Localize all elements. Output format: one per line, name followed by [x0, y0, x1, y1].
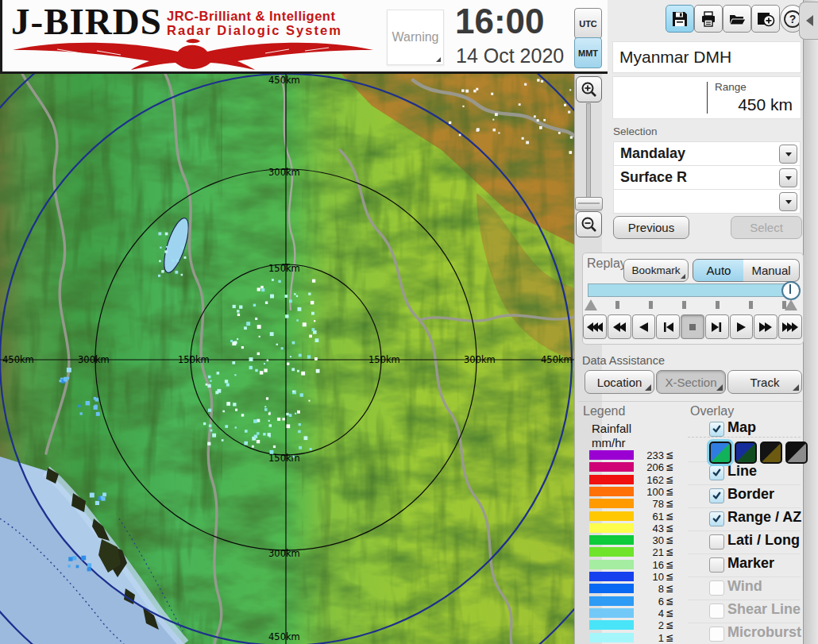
warning-button[interactable]: Warning: [387, 10, 444, 65]
bookmark-button[interactable]: Bookmark: [623, 259, 689, 282]
overlay-label: Overlay: [690, 404, 734, 418]
print-button[interactable]: [694, 5, 723, 33]
map-style-swatch-3[interactable]: [760, 442, 782, 464]
legend-leq-symbol: ≦: [666, 571, 673, 582]
replay-label: Replay: [587, 256, 627, 271]
overlay-item-label: Lati / Long: [727, 532, 800, 549]
forward-2-icon: [757, 321, 774, 334]
legend-swatch: [589, 523, 634, 533]
rewind-3-icon: [586, 321, 604, 334]
legend-leq-symbol: ≦: [666, 583, 673, 594]
skip-end-button[interactable]: [705, 314, 729, 339]
checkbox-range-az[interactable]: [709, 511, 724, 526]
ring-label: 150km: [268, 263, 300, 274]
checkbox-microburst: [709, 627, 724, 642]
stop-button[interactable]: [681, 314, 704, 339]
map-style-swatch-2[interactable]: [735, 442, 757, 464]
product-dropdown[interactable]: Surface R: [613, 165, 801, 190]
divider: [688, 437, 801, 438]
chevron-down-icon[interactable]: [779, 168, 797, 187]
ring-label: 300km: [464, 354, 496, 365]
save-button[interactable]: [666, 5, 694, 33]
zoom-slider-track[interactable]: [586, 103, 591, 210]
checkbox-line[interactable]: [709, 465, 724, 480]
legend-value: 100: [635, 486, 664, 498]
location-button[interactable]: Location: [585, 370, 654, 394]
chevron-down-icon[interactable]: [779, 192, 797, 211]
divider: [688, 530, 801, 531]
product-dropdown-value: Surface R: [614, 169, 687, 186]
legend-swatch: [589, 535, 634, 545]
legend-value: 21: [635, 546, 664, 558]
checkbox-marker[interactable]: [709, 557, 724, 573]
replay-slider-handle[interactable]: [781, 281, 801, 300]
select-button[interactable]: Select: [731, 216, 802, 239]
replay-auto-button[interactable]: Auto: [693, 259, 745, 282]
capture-add-icon: [756, 10, 775, 28]
legend-swatch: [589, 596, 634, 606]
open-folder-button[interactable]: [723, 5, 751, 33]
radar-map-canvas: 450km300km150km150km300km450km450km300km…: [0, 74, 574, 644]
timezone-utc-button[interactable]: UTC: [574, 8, 602, 39]
skip-end-icon: [708, 321, 726, 334]
ring-label: 450km: [268, 75, 300, 86]
checkbox-lati-long[interactable]: [709, 534, 724, 550]
rewind-2-button[interactable]: [608, 314, 631, 339]
legend-value: 162: [635, 474, 664, 486]
zoom-out-button[interactable]: [576, 211, 602, 237]
play-button[interactable]: [730, 314, 754, 339]
legend-leq-symbol: ≦: [666, 632, 673, 643]
check-icon: [712, 468, 722, 478]
forward-2-button[interactable]: [754, 314, 777, 339]
legend-swatch: [589, 499, 634, 508]
zoom-in-button[interactable]: [576, 76, 602, 102]
divider: [688, 553, 801, 554]
overlay-item-label: Shear Line: [727, 601, 801, 618]
legend-leq-symbol: ≦: [666, 486, 673, 497]
forward-3-button[interactable]: [778, 314, 802, 339]
legend-swatch: [589, 487, 634, 496]
map-style-swatch-1[interactable]: [709, 442, 731, 464]
map-style-swatch-4[interactable]: [785, 442, 808, 464]
legend-value: 43: [635, 523, 664, 534]
panel-collapse-strip[interactable]: [803, 0, 818, 644]
playback-bar: [583, 314, 802, 339]
magnifier-plus-icon: [581, 81, 598, 98]
site-name: Myanmar DMH: [613, 48, 731, 67]
legend-leq-symbol: ≦: [666, 498, 673, 509]
track-button[interactable]: Track: [727, 370, 802, 394]
play-icon: [733, 321, 750, 334]
legend-leq-symbol: ≦: [666, 596, 673, 607]
capture-add-button[interactable]: [751, 5, 780, 33]
legend-leq-symbol: ≦: [666, 559, 673, 570]
chevron-down-icon[interactable]: [779, 145, 797, 164]
skip-start-button[interactable]: [656, 314, 680, 339]
replay-slider-track[interactable]: [588, 283, 797, 297]
magnifier-minus-icon: [581, 216, 598, 233]
checkbox-map[interactable]: [709, 422, 724, 437]
legend-title-rainfall: Rainfall: [592, 422, 631, 435]
forward-3-icon: [781, 321, 799, 334]
replay-manual-button[interactable]: Manual: [743, 259, 800, 282]
radar-map[interactable]: 450km300km150km150km300km450km450km300km…: [0, 74, 574, 644]
previous-button[interactable]: Previous: [613, 216, 689, 239]
zoom-slider-handle[interactable]: [575, 197, 603, 210]
overlay-item-label: Line: [727, 463, 757, 480]
timezone-mmt-button[interactable]: MMT: [574, 37, 602, 68]
utc-label: UTC: [579, 19, 597, 29]
legend-value: 1: [635, 632, 664, 644]
data-assistance-label: Data Assistance: [582, 354, 665, 367]
save-icon: [671, 10, 689, 28]
checkbox-border[interactable]: [709, 488, 724, 503]
range-label: Range: [715, 81, 747, 93]
legend-title-units: mm/hr: [592, 436, 626, 449]
open-folder-icon: [728, 10, 746, 28]
rewind-1-button[interactable]: [632, 314, 656, 339]
legend-swatch: [589, 608, 634, 618]
panel-collapse-tab[interactable]: [799, 2, 818, 40]
rewind-3-button[interactable]: [583, 314, 607, 339]
x-section-button[interactable]: X-Section: [656, 370, 726, 394]
option-dropdown[interactable]: [613, 189, 801, 214]
auto-label: Auto: [707, 264, 731, 277]
site-dropdown[interactable]: Mandalay: [613, 141, 801, 166]
